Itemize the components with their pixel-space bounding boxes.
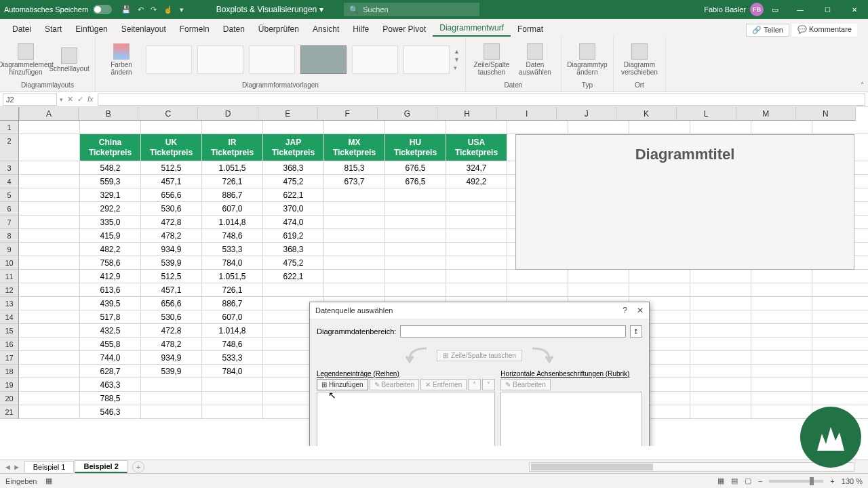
table-cell[interactable]: 748,6 [202, 229, 263, 243]
table-header[interactable]: JAPTicketpreis [263, 134, 324, 161]
table-cell[interactable] [324, 229, 385, 243]
touch-icon[interactable]: ☝ [163, 5, 173, 14]
table-cell[interactable] [141, 392, 202, 405]
table-cell[interactable]: 628,7 [80, 365, 141, 378]
save-icon[interactable]: 💾 [121, 5, 131, 14]
more-icon[interactable]: ▾ [180, 5, 184, 14]
row-header-10[interactable]: 10 [0, 256, 19, 270]
chart-object[interactable]: Diagrammtitel [515, 134, 854, 270]
col-header-C[interactable]: C [138, 107, 198, 121]
chart-style-1[interactable] [146, 45, 192, 74]
table-cell[interactable]: 726,1 [202, 283, 263, 297]
zoom-in-icon[interactable]: + [830, 477, 834, 485]
table-cell[interactable]: 463,3 [80, 378, 141, 392]
table-cell[interactable]: 457,1 [141, 175, 202, 188]
table-cell[interactable]: 492,2 [446, 175, 507, 188]
table-cell[interactable]: 512,5 [141, 270, 202, 283]
redo-icon[interactable]: ↷ [151, 5, 157, 14]
table-cell[interactable] [385, 216, 446, 229]
select-data-button[interactable]: Daten auswählen [515, 43, 555, 76]
style-more-icon[interactable]: ▾ [454, 64, 460, 71]
worksheet-grid[interactable]: ABCDEFGHIJKLMN 1234567891011121314151617… [0, 107, 868, 446]
table-cell[interactable] [324, 270, 385, 283]
col-header-D[interactable]: D [198, 107, 258, 121]
table-cell[interactable]: 676,5 [385, 175, 446, 188]
row-header-13[interactable]: 13 [0, 297, 19, 310]
dialog-close-icon[interactable]: ✕ [637, 306, 644, 315]
table-cell[interactable]: 784,0 [202, 365, 263, 378]
toggle-switch[interactable] [93, 5, 112, 14]
row-header-20[interactable]: 20 [0, 392, 19, 405]
table-cell[interactable]: 368,3 [263, 161, 324, 175]
table-cell[interactable]: 548,2 [80, 161, 141, 175]
table-cell[interactable]: 748,6 [202, 338, 263, 351]
chart-style-3[interactable] [249, 45, 295, 74]
select-all-corner[interactable] [0, 107, 19, 121]
change-colors-button[interactable]: Farben ändern [101, 43, 142, 76]
table-cell[interactable]: 726,1 [202, 175, 263, 188]
row-header-17[interactable]: 17 [0, 351, 19, 365]
table-cell[interactable]: 559,3 [80, 175, 141, 188]
tab-powerpivot[interactable]: Power Pivot [376, 22, 433, 37]
swap-row-col-button[interactable]: Zeile/Spalte tauschen [471, 43, 512, 76]
table-cell[interactable] [324, 243, 385, 256]
table-cell[interactable] [141, 378, 202, 392]
chart-style-2[interactable] [197, 45, 243, 74]
table-cell[interactable] [385, 188, 446, 202]
table-cell[interactable]: 619,2 [263, 229, 324, 243]
chart-title[interactable]: Diagrammtitel [516, 146, 854, 163]
maximize-button[interactable]: ☐ [814, 0, 841, 19]
table-cell[interactable]: 539,9 [141, 365, 202, 378]
table-cell[interactable]: 1.051,5 [202, 270, 263, 283]
axis-listbox[interactable] [500, 392, 642, 446]
row-header-21[interactable]: 21 [0, 405, 19, 419]
table-cell[interactable]: 324,7 [446, 161, 507, 175]
table-cell[interactable] [324, 283, 385, 297]
row-header-3[interactable]: 3 [0, 161, 19, 175]
table-cell[interactable]: 478,2 [141, 338, 202, 351]
col-header-H[interactable]: H [437, 107, 497, 121]
table-cell[interactable]: 329,1 [80, 188, 141, 202]
view-normal-icon[interactable]: ▦ [717, 476, 724, 485]
table-cell[interactable]: 512,5 [141, 161, 202, 175]
table-cell[interactable]: 539,9 [141, 256, 202, 270]
table-cell[interactable]: 412,9 [80, 270, 141, 283]
row-header-4[interactable]: 4 [0, 175, 19, 188]
table-cell[interactable]: 676,5 [385, 161, 446, 175]
table-cell[interactable]: 439,5 [80, 297, 141, 310]
table-cell[interactable]: 475,2 [263, 175, 324, 188]
quick-layout-button[interactable]: Schnelllayout [49, 47, 90, 73]
table-cell[interactable]: 533,3 [202, 351, 263, 365]
table-cell[interactable]: 432,5 [80, 324, 141, 338]
table-cell[interactable] [446, 270, 507, 283]
minimize-button[interactable]: — [787, 0, 814, 19]
row-header-11[interactable]: 11 [0, 270, 19, 283]
table-cell[interactable] [446, 202, 507, 216]
col-header-I[interactable]: I [497, 107, 557, 121]
table-cell[interactable]: 517,8 [80, 310, 141, 324]
table-cell[interactable]: 1.014,8 [202, 216, 263, 229]
tab-ansicht[interactable]: Ansicht [306, 22, 346, 37]
sheet-nav-next-icon[interactable]: ► [13, 463, 20, 471]
col-header-G[interactable]: G [378, 107, 437, 121]
sheet-tab-1[interactable]: Beispiel 1 [24, 461, 75, 472]
view-break-icon[interactable]: ▢ [745, 476, 751, 485]
table-header[interactable]: UKTicketpreis [141, 134, 202, 161]
col-header-A[interactable]: A [19, 107, 79, 121]
tab-datei[interactable]: Datei [5, 22, 38, 37]
enter-formula-icon[interactable]: ✓ [77, 95, 83, 104]
row-header-12[interactable]: 12 [0, 283, 19, 297]
table-cell[interactable] [446, 283, 507, 297]
table-cell[interactable]: 370,0 [263, 202, 324, 216]
chart-style-5[interactable] [352, 45, 398, 74]
table-cell[interactable] [385, 243, 446, 256]
zoom-level[interactable]: 130 % [842, 477, 863, 485]
table-cell[interactable]: 607,0 [202, 202, 263, 216]
sheet-tab-2[interactable]: Beispiel 2 [75, 460, 127, 473]
col-header-K[interactable]: K [616, 107, 676, 121]
tab-ueberpruefen[interactable]: Überprüfen [252, 22, 306, 37]
table-cell[interactable] [446, 256, 507, 270]
document-title[interactable]: Boxplots & Visualisierungen▾ [216, 5, 324, 14]
col-header-B[interactable]: B [79, 107, 138, 121]
chart-data-range-input[interactable] [400, 325, 626, 338]
